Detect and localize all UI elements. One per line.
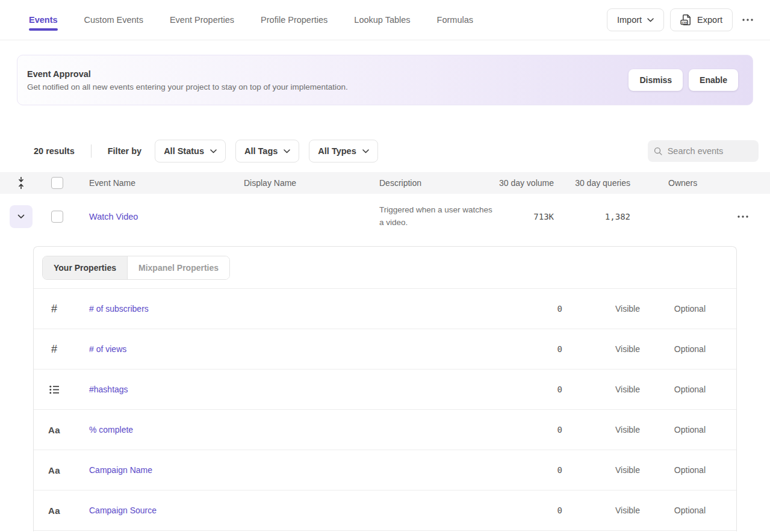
col-owners: Owners <box>630 178 715 188</box>
tab-profile-properties[interactable]: Profile Properties <box>261 0 328 40</box>
chevron-down-icon <box>284 149 290 153</box>
property-name-link[interactable]: % complete <box>89 425 133 435</box>
filter-by-label: Filter by <box>108 146 141 156</box>
properties-tabs: Your Properties Mixpanel Properties <box>42 256 230 280</box>
chevron-down-icon <box>17 214 25 219</box>
property-volume: 0 <box>490 304 562 314</box>
export-button[interactable]: csv Export <box>670 8 733 31</box>
types-filter-dropdown[interactable]: All Types <box>309 140 377 162</box>
property-requirement: Optional <box>640 506 706 515</box>
text-type-icon: Aa <box>48 465 60 475</box>
row-checkbox[interactable] <box>51 211 63 223</box>
banner-actions: Dismiss Enable <box>629 69 738 91</box>
collapse-all-button[interactable] <box>0 176 42 190</box>
search-input[interactable] <box>668 146 753 156</box>
row-more-actions-button[interactable] <box>734 212 751 221</box>
banner-title: Event Approval <box>27 69 348 79</box>
property-visibility: Visible <box>562 465 640 475</box>
tab-lookup-tables[interactable]: Lookup Tables <box>354 0 410 40</box>
event-30-day-volume: 713K <box>494 212 554 221</box>
banner-description: Get notified on all new events entering … <box>27 82 348 91</box>
property-name-link[interactable]: Campaign Source <box>89 506 157 515</box>
table-header: Event Name Display Name Description 30 d… <box>0 172 770 194</box>
property-volume: 0 <box>490 425 562 435</box>
search-icon <box>654 146 663 156</box>
tab-events[interactable]: Events <box>29 0 58 40</box>
property-row: #hashtags 0 Visible Optional <box>34 370 736 410</box>
chevron-down-icon <box>210 149 217 153</box>
nav-actions: Import csv Export <box>607 8 756 31</box>
col-description: Description <box>379 178 494 188</box>
text-type-icon: Aa <box>48 425 60 435</box>
import-button-label: Import <box>617 15 642 25</box>
import-button[interactable]: Import <box>607 8 664 31</box>
properties-panel-header: Your Properties Mixpanel Properties <box>34 247 736 289</box>
ellipsis-icon <box>737 215 748 218</box>
svg-text:csv: csv <box>682 20 688 24</box>
export-button-label: Export <box>697 15 722 25</box>
collapse-all-icon <box>17 176 25 190</box>
property-visibility: Visible <box>562 385 640 394</box>
property-row: Aa % complete 0 Visible Optional <box>34 410 736 450</box>
search-box[interactable] <box>648 140 759 162</box>
list-type-icon <box>49 385 60 394</box>
toolbar-divider <box>91 144 92 158</box>
more-actions-button[interactable] <box>739 15 756 25</box>
banner-text: Event Approval Get notified on all new e… <box>27 69 348 91</box>
tab-custom-events[interactable]: Custom Events <box>84 0 143 40</box>
tags-filter-dropdown[interactable]: All Tags <box>235 140 299 162</box>
property-visibility: Visible <box>562 425 640 435</box>
properties-panel: Your Properties Mixpanel Properties # # … <box>33 246 737 531</box>
property-volume: 0 <box>490 344 562 354</box>
event-30-day-queries: 1,382 <box>554 212 630 221</box>
col-30-day-volume: 30 day volume <box>494 178 554 188</box>
tab-mixpanel-properties[interactable]: Mixpanel Properties <box>128 256 229 279</box>
event-approval-banner: Event Approval Get notified on all new e… <box>17 55 753 105</box>
text-type-icon: Aa <box>48 506 60 516</box>
ellipsis-icon <box>742 19 753 21</box>
property-volume: 0 <box>490 506 562 515</box>
property-visibility: Visible <box>562 344 640 354</box>
select-all-checkbox[interactable] <box>51 177 63 189</box>
collapse-row-button[interactable] <box>10 205 33 228</box>
event-name-link[interactable]: Watch Video <box>89 212 138 221</box>
tab-formulas[interactable]: Formulas <box>437 0 473 40</box>
top-nav: Events Custom Events Event Properties Pr… <box>0 0 770 40</box>
property-name-link[interactable]: Campaign Name <box>89 465 152 475</box>
col-event-name: Event Name <box>72 178 244 188</box>
property-row: # # of subscribers 0 Visible Optional <box>34 289 736 329</box>
types-filter-label: All Types <box>318 146 356 156</box>
number-type-icon: # <box>51 303 57 315</box>
event-description: Triggered when a user watches a video. <box>379 204 494 229</box>
property-volume: 0 <box>490 385 562 394</box>
csv-file-icon: csv <box>680 14 692 26</box>
enable-button[interactable]: Enable <box>689 69 738 91</box>
table-row: Watch Video Triggered when a user watche… <box>0 194 770 239</box>
property-requirement: Optional <box>640 344 706 354</box>
chevron-down-icon <box>647 18 654 22</box>
tags-filter-label: All Tags <box>244 146 278 156</box>
property-visibility: Visible <box>562 506 640 515</box>
property-visibility: Visible <box>562 304 640 314</box>
col-30-day-queries: 30 day queries <box>554 178 630 188</box>
property-row: Aa Campaign Source 0 Visible Optional <box>34 490 736 531</box>
tab-your-properties[interactable]: Your Properties <box>43 256 128 279</box>
dismiss-button[interactable]: Dismiss <box>629 69 683 91</box>
results-count: 20 results <box>34 146 75 156</box>
property-requirement: Optional <box>640 304 706 314</box>
property-name-link[interactable]: #hashtags <box>89 385 128 394</box>
property-requirement: Optional <box>640 385 706 394</box>
chevron-down-icon <box>362 149 369 153</box>
status-filter-dropdown[interactable]: All Status <box>155 140 226 162</box>
property-volume: 0 <box>490 465 562 475</box>
select-all-cell <box>42 177 72 189</box>
property-name-link[interactable]: # of subscribers <box>89 304 149 314</box>
number-type-icon: # <box>51 343 57 356</box>
property-requirement: Optional <box>640 425 706 435</box>
status-filter-label: All Status <box>164 146 204 156</box>
property-name-link[interactable]: # of views <box>89 344 126 354</box>
tab-event-properties[interactable]: Event Properties <box>170 0 234 40</box>
filter-toolbar: 20 results Filter by All Status All Tags… <box>0 140 770 162</box>
col-display-name: Display Name <box>244 178 379 188</box>
property-requirement: Optional <box>640 465 706 475</box>
